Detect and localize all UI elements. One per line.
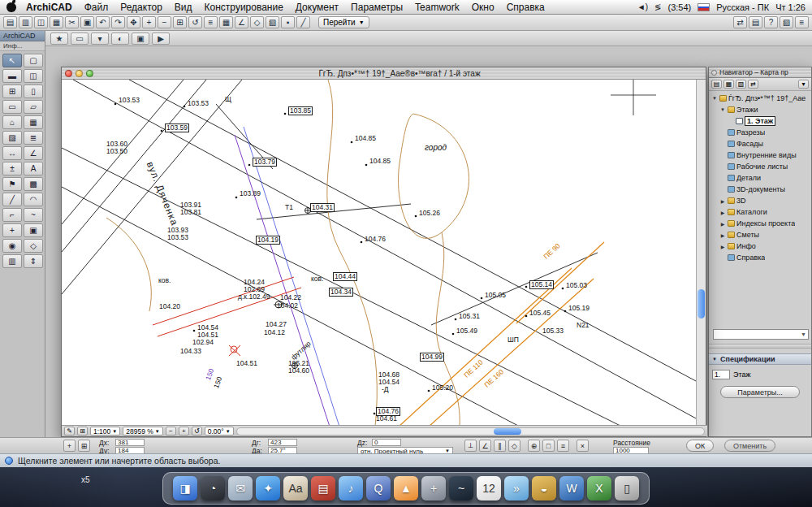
tree-item[interactable]: ▶Сметы: [709, 229, 811, 240]
tree-item[interactable]: ▼Этажи: [709, 104, 811, 115]
teamwork-icon[interactable]: ⇄: [733, 16, 747, 28]
dz-field[interactable]: 0: [372, 439, 401, 446]
tree-item[interactable]: ▶Каталоги: [709, 206, 811, 218]
publisher-icon[interactable]: ⇄: [748, 80, 758, 89]
input-language-label[interactable]: Русская - ПК: [716, 2, 769, 12]
apple-menu-icon[interactable]: [6, 2, 16, 12]
drawing-window-titlebar[interactable]: ЃгЂ. Дпз•*™† 19†_Аае®в•™вга† / 1-й этаж: [62, 67, 706, 80]
print-icon[interactable]: ▦: [50, 16, 63, 28]
worksheet-tool[interactable]: ▥: [2, 254, 22, 268]
zoom-out-icon[interactable]: −: [166, 427, 176, 436]
navigator-titlebar[interactable]: Навигатор – Карта пр: [709, 67, 811, 78]
tree-item[interactable]: ▶Инфо: [709, 240, 811, 252]
menu-item-9[interactable]: Справка: [507, 2, 545, 13]
disclosure-right-icon[interactable]: ▶: [719, 244, 726, 249]
toolbox-info-tab[interactable]: Инф...: [0, 41, 45, 51]
groups-icon[interactable]: ▧: [266, 16, 279, 28]
snap-icon[interactable]: ∠: [235, 16, 248, 28]
snap-angle-icon[interactable]: ∠: [479, 440, 491, 452]
tracker-toggle-icon[interactable]: +: [63, 440, 76, 452]
undo-icon[interactable]: ↶: [96, 16, 110, 28]
slab-tool[interactable]: ▱: [24, 100, 43, 114]
beam-tool[interactable]: ▭: [2, 100, 22, 114]
dock-vlc[interactable]: ▲: [394, 476, 418, 500]
options-icon[interactable]: ▾: [91, 32, 109, 45]
horizontal-scrollbar-thumb[interactable]: [494, 428, 521, 435]
spec-number-field[interactable]: 1.: [712, 370, 730, 379]
menu-item-6[interactable]: Параметры: [351, 2, 403, 13]
specification-row[interactable]: 1. Этаж: [712, 370, 751, 379]
tree-item[interactable]: Рабочие листы: [709, 161, 811, 172]
measure-icon[interactable]: ×: [577, 440, 589, 452]
menu-item-8[interactable]: Окно: [472, 2, 495, 13]
dock-quicktime[interactable]: Q: [366, 476, 391, 500]
roof-tool[interactable]: ⌂: [2, 115, 22, 129]
volume-icon[interactable]: ◄): [637, 2, 648, 11]
settings-toolbar-icon[interactable]: ≡: [795, 16, 809, 28]
snap-parallel-icon[interactable]: ∥: [494, 440, 506, 452]
minimize-button[interactable]: [76, 70, 83, 77]
level-dimension-tool[interactable]: ±: [2, 162, 22, 176]
zoom-button[interactable]: [86, 70, 93, 77]
disclosure-down-icon[interactable]: ▼: [711, 96, 718, 101]
zoom-in-icon[interactable]: +: [179, 427, 189, 436]
polyline-tool[interactable]: ⌐: [2, 208, 22, 222]
navigator-combo[interactable]: ▼: [713, 329, 809, 340]
tree-item[interactable]: ▼ЃгЂ. Дпз•*™† 19†_Аае: [709, 93, 811, 104]
menu-item-2[interactable]: Редактор: [120, 2, 162, 13]
dimension-tool[interactable]: ↔: [2, 146, 22, 160]
pencil-icon[interactable]: ✎: [64, 427, 75, 436]
panel-divider[interactable]: [709, 344, 811, 349]
text-tool[interactable]: A: [24, 162, 43, 176]
disclosure-right-icon[interactable]: ▶: [719, 232, 726, 238]
dialog-icon[interactable]: ▭: [71, 32, 89, 45]
horizontal-scrollbar[interactable]: [236, 427, 705, 436]
disclosure-right-icon[interactable]: ▶: [719, 221, 726, 227]
tree-item[interactable]: Детали: [709, 172, 811, 184]
layout-book-icon[interactable]: ▧: [736, 80, 746, 89]
grid-icon[interactable]: ▦: [219, 16, 233, 28]
dock-utilities[interactable]: +: [421, 476, 446, 500]
bluetooth-icon[interactable]: ≶: [654, 2, 661, 11]
dx-field[interactable]: 381: [115, 439, 145, 446]
panel-close-icon[interactable]: [711, 70, 717, 76]
dock-itunes[interactable]: ♪: [339, 476, 363, 500]
trace-icon[interactable]: ◐: [111, 32, 129, 45]
goto-dropdown[interactable]: Перейти ▼: [318, 16, 369, 28]
relative-coords-icon[interactable]: □: [542, 440, 555, 452]
orbit-icon[interactable]: ↺: [192, 427, 202, 436]
menu-item-1[interactable]: Файл: [84, 2, 109, 13]
menu-item-5[interactable]: Документ: [296, 2, 339, 13]
dock-dictionary[interactable]: Aa: [283, 476, 308, 500]
dock-safari[interactable]: ✦: [256, 476, 280, 500]
label-tool[interactable]: ⚑: [2, 177, 22, 191]
specifications-header[interactable]: ▼ Спецификации: [709, 353, 811, 365]
stair-tool[interactable]: ≣: [24, 131, 43, 145]
dr-field[interactable]: 423: [268, 439, 297, 446]
arrow-mode-icon[interactable]: ▶: [152, 32, 170, 45]
camera-tool[interactable]: ◉: [2, 239, 22, 253]
magic-wand-icon[interactable]: ╱: [296, 16, 310, 28]
polar-coords-icon[interactable]: ≡: [557, 440, 569, 452]
navigator-options-icon[interactable]: ▾: [798, 80, 809, 89]
new-icon[interactable]: ▤: [3, 16, 17, 28]
menu-item-4[interactable]: Конструирование: [205, 2, 283, 13]
menu-item-3[interactable]: Вид: [175, 2, 192, 13]
tree-item[interactable]: Внутренние виды: [709, 150, 811, 161]
fill-tool[interactable]: ▩: [24, 177, 43, 191]
parameters-button[interactable]: Параметры...: [720, 386, 800, 398]
spline-tool[interactable]: ~: [24, 208, 43, 222]
coord-origin-icon[interactable]: ⊕: [528, 440, 540, 452]
radial-dimension-tool[interactable]: ∠: [24, 146, 43, 160]
menu-item-7[interactable]: Teamwork: [415, 2, 460, 13]
zoom-out-icon[interactable]: −: [158, 16, 171, 28]
vertical-scrollbar-thumb[interactable]: [698, 289, 705, 318]
column-tool[interactable]: ▯: [24, 84, 43, 98]
tree-item[interactable]: Разрезы: [709, 127, 811, 138]
favorites-icon[interactable]: ★: [50, 32, 68, 45]
dock-finder[interactable]: ◨: [173, 476, 197, 500]
snap-perpendicular-icon[interactable]: ⟂: [464, 440, 477, 452]
mesh-tool[interactable]: ▦: [24, 115, 43, 129]
dock-grapher[interactable]: ~: [449, 476, 473, 500]
vertical-scrollbar[interactable]: [696, 80, 706, 427]
